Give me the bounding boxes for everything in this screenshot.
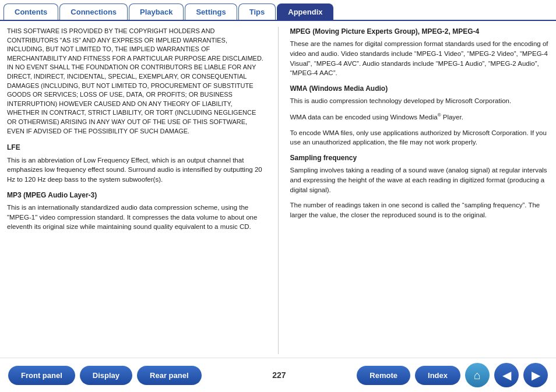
rear-panel-button[interactable]: Rear panel — [137, 366, 201, 385]
wma-body-3: To encode WMA files, only use applicatio… — [290, 128, 550, 147]
footer-right: Remote Index ⌂ ◀ ▶ — [357, 363, 548, 387]
back-button[interactable]: ◀ — [494, 363, 519, 387]
home-button[interactable]: ⌂ — [465, 363, 490, 387]
forward-button[interactable]: ▶ — [523, 363, 548, 387]
mp3-body: This is an internationally standardized … — [7, 203, 266, 232]
sampling-title: Sampling frequency — [290, 153, 550, 163]
footer-nav-buttons: Front panel Display Rear panel — [8, 366, 202, 385]
lfe-section: LFE This is an abbreviation of Low Frequ… — [7, 143, 266, 184]
lfe-body: This is an abbreviation of Low Frequency… — [7, 156, 266, 185]
tab-appendix[interactable]: Appendix — [277, 3, 333, 20]
wma-title: WMA (Windows Media Audio) — [290, 84, 550, 94]
sampling-body-1: Sampling involves taking a reading of a … — [290, 165, 550, 195]
sampling-body-2: The number of readings taken in one seco… — [290, 200, 550, 220]
tab-navigation: Contents Connections Playback Settings T… — [0, 0, 556, 21]
wma-body-1: This is audio compression technology dev… — [290, 96, 550, 106]
footer: Front panel Display Rear panel 227 Remot… — [0, 358, 556, 392]
content-area: THIS SOFTWARE IS PROVIDED BY THE COPYRIG… — [0, 21, 556, 358]
remote-button[interactable]: Remote — [357, 366, 410, 385]
tab-contents[interactable]: Contents — [3, 3, 58, 20]
right-column: MPEG (Moving Picture Experts Group), MPE… — [279, 27, 550, 354]
index-button[interactable]: Index — [415, 366, 460, 385]
page-number: 227 — [272, 370, 286, 380]
mpeg-body: These are the names for digital compress… — [290, 39, 550, 78]
tab-tips[interactable]: Tips — [238, 3, 276, 20]
lfe-title: LFE — [7, 143, 266, 153]
display-button[interactable]: Display — [80, 366, 132, 385]
front-panel-button[interactable]: Front panel — [8, 366, 75, 385]
mpeg-section: MPEG (Moving Picture Experts Group), MPE… — [290, 27, 550, 78]
mpeg-title: MPEG (Moving Picture Experts Group), MPE… — [290, 27, 550, 37]
sampling-section: Sampling frequency Sampling involves tak… — [290, 153, 550, 220]
mp3-section: MP3 (MPEG Audio Layer-3) This is an inte… — [7, 190, 266, 232]
wma-section: WMA (Windows Media Audio) This is audio … — [290, 84, 550, 147]
mp3-title: MP3 (MPEG Audio Layer-3) — [7, 190, 266, 200]
tab-settings[interactable]: Settings — [185, 3, 237, 20]
tab-connections[interactable]: Connections — [59, 3, 128, 20]
wma-body-2: WMA data can be encoded using Windows Me… — [290, 112, 550, 122]
disclaimer-text: THIS SOFTWARE IS PROVIDED BY THE COPYRIG… — [7, 27, 266, 136]
tab-playback[interactable]: Playback — [129, 3, 184, 20]
left-column: THIS SOFTWARE IS PROVIDED BY THE COPYRIG… — [7, 27, 279, 354]
